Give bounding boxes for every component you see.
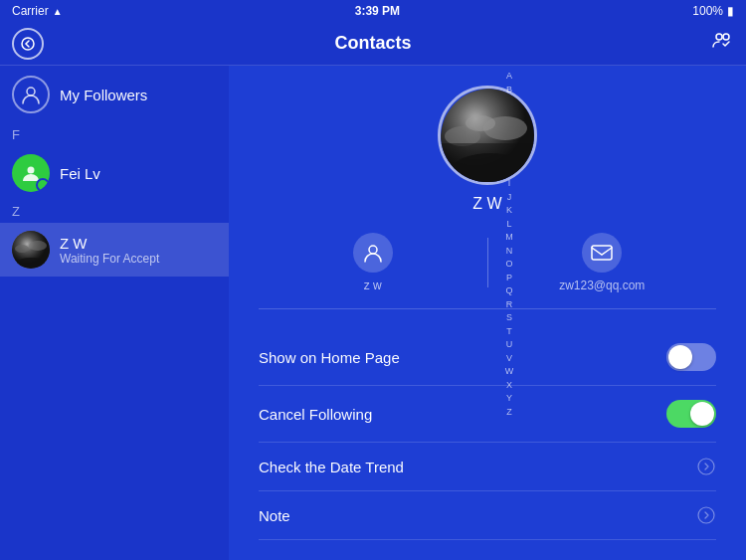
alpha-v[interactable]: V <box>506 352 512 366</box>
option-check-date-trend[interactable]: Check the Date Trend <box>259 443 716 491</box>
svg-point-15 <box>369 246 377 254</box>
back-button[interactable] <box>12 28 44 60</box>
zw-name: Z W <box>60 235 159 252</box>
alpha-y[interactable]: Y <box>506 392 512 406</box>
svg-point-6 <box>17 258 45 268</box>
main-layout: My Followers F Fei Lv Z <box>0 66 746 560</box>
my-followers-label: My Followers <box>60 87 147 103</box>
alpha-q[interactable]: Q <box>505 284 512 298</box>
alpha-w[interactable]: W <box>505 365 514 379</box>
cancel-following-toggle-thumb <box>690 402 714 426</box>
cancel-following-toggle-container <box>666 400 716 428</box>
svg-point-7 <box>15 245 29 253</box>
my-followers-avatar <box>12 76 50 113</box>
email-icon <box>582 233 622 273</box>
status-time: 3:39 PM <box>355 4 400 18</box>
alpha-l[interactable]: L <box>506 218 511 232</box>
battery-label: 100% <box>692 4 723 18</box>
alpha-x[interactable]: X <box>506 379 512 393</box>
svg-point-2 <box>723 34 729 40</box>
person-icon <box>353 233 393 273</box>
alpha-k[interactable]: K <box>506 204 512 218</box>
option-note[interactable]: Note <box>259 491 716 540</box>
alpha-r[interactable]: R <box>506 298 513 312</box>
zw-info: Z W Waiting For Accept <box>60 235 159 266</box>
svg-point-4 <box>28 167 35 174</box>
profile-username-text: z w <box>364 279 382 292</box>
alpha-s[interactable]: S <box>506 311 512 325</box>
svg-point-1 <box>716 34 722 40</box>
svg-rect-14 <box>441 143 537 185</box>
profile-name: Z W <box>472 195 501 213</box>
profile-avatar <box>438 86 537 185</box>
contact-item-zw[interactable]: Z W Waiting For Accept <box>0 223 229 277</box>
option-show-home[interactable]: Show on Home Page <box>259 329 716 386</box>
check-date-trend-chevron <box>696 457 716 476</box>
carrier-label: Carrier <box>12 4 49 18</box>
options-list: Show on Home Page Cancel Following <box>259 329 716 540</box>
check-date-trend-label: Check the Date Trend <box>259 459 404 475</box>
alpha-a[interactable]: A <box>506 70 512 84</box>
nav-bar: Contacts <box>0 22 746 66</box>
status-left: Carrier ▲ <box>12 4 63 18</box>
show-home-toggle-thumb <box>668 345 692 369</box>
svg-point-18 <box>698 507 714 523</box>
alpha-t[interactable]: T <box>506 325 512 339</box>
battery-icon: ▮ <box>727 4 734 18</box>
contact-info-username[interactable]: z w <box>259 233 487 292</box>
svg-point-8 <box>29 241 47 251</box>
show-home-toggle[interactable] <box>666 343 716 371</box>
fei-lv-avatar <box>12 154 50 192</box>
cancel-following-toggle[interactable] <box>666 400 716 428</box>
svg-point-0 <box>22 38 34 50</box>
note-label: Note <box>259 507 290 524</box>
cancel-following-label: Cancel Following <box>259 406 372 423</box>
option-cancel-following[interactable]: Cancel Following <box>259 386 716 443</box>
zw-sidebar-avatar <box>12 231 50 269</box>
svg-point-17 <box>698 459 714 474</box>
content-panel: Z W z w <box>229 66 746 560</box>
my-followers-item[interactable]: My Followers <box>0 66 229 123</box>
show-home-label: Show on Home Page <box>259 349 400 366</box>
show-home-toggle-container <box>666 343 716 371</box>
section-header-z: Z <box>0 200 229 223</box>
section-header-f: F <box>0 123 229 146</box>
wifi-icon: ▲ <box>53 6 63 17</box>
svg-point-3 <box>27 88 35 95</box>
sidebar: My Followers F Fei Lv Z <box>0 66 229 560</box>
nav-title: Contacts <box>334 33 411 54</box>
status-bar: Carrier ▲ 3:39 PM 100% ▮ <box>0 0 746 22</box>
svg-point-13 <box>466 115 495 131</box>
alpha-o[interactable]: O <box>505 258 512 272</box>
contact-info-email[interactable]: zw123@qq.com <box>488 233 717 292</box>
svg-rect-16 <box>592 246 612 260</box>
contact-info-row: z w zw123@qq.com <box>259 233 716 309</box>
profile-section: Z W <box>259 86 716 213</box>
status-right: 100% ▮ <box>692 4 734 18</box>
fei-lv-name: Fei Lv <box>60 165 100 182</box>
profile-email-text: zw123@qq.com <box>559 279 645 292</box>
alpha-n[interactable]: N <box>506 245 513 259</box>
contact-item-fei-lv[interactable]: Fei Lv <box>0 146 229 200</box>
zw-status: Waiting For Accept <box>60 252 159 266</box>
contacts-edit-icon[interactable] <box>710 29 734 58</box>
alpha-z[interactable]: Z <box>506 406 512 420</box>
alpha-p[interactable]: P <box>506 272 512 285</box>
alpha-m[interactable]: M <box>505 231 513 245</box>
note-chevron <box>696 505 716 525</box>
alpha-u[interactable]: U <box>506 338 513 352</box>
alpha-j[interactable]: J <box>507 191 512 205</box>
